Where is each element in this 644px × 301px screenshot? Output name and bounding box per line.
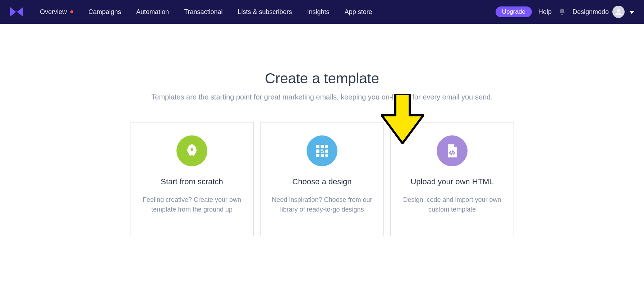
card-start-from-scratch[interactable]: Start from scratch Feeling creative? Cre… — [130, 122, 254, 236]
nav-label: Lists & subscribers — [238, 8, 292, 16]
svg-rect-5 — [325, 145, 328, 148]
svg-marker-0 — [10, 7, 23, 17]
avatar-icon — [612, 6, 625, 18]
rocket-icon — [176, 135, 207, 166]
account-name: Designmodo — [572, 8, 609, 16]
nav-campaigns[interactable]: Campaigns — [81, 0, 129, 24]
nav-automation[interactable]: Automation — [129, 0, 176, 24]
grid-icon — [307, 135, 337, 166]
nav-label: Insights — [307, 8, 330, 16]
nav-label: Transactional — [184, 8, 222, 16]
svg-rect-3 — [316, 145, 319, 148]
svg-rect-10 — [321, 154, 324, 157]
account-menu[interactable]: Designmodo — [572, 6, 634, 18]
nav-lists-subscribers[interactable]: Lists & subscribers — [230, 0, 300, 24]
svg-point-1 — [617, 9, 620, 12]
code-file-icon — [437, 135, 468, 166]
nav-transactional[interactable]: Transactional — [176, 0, 230, 24]
card-desc: Feeling creative? Create your own templa… — [141, 195, 243, 214]
card-title: Start from scratch — [141, 177, 243, 186]
template-options: Start from scratch Feeling creative? Cre… — [0, 122, 644, 236]
card-upload-html[interactable]: Upload your own HTML Design, code and im… — [390, 122, 514, 236]
card-desc: Design, code and import your own custom … — [401, 195, 503, 214]
upgrade-button[interactable]: Upgrade — [496, 6, 532, 17]
svg-marker-2 — [630, 11, 634, 14]
svg-rect-4 — [321, 145, 324, 148]
app-logo[interactable] — [10, 7, 23, 17]
app-header: Overview Campaigns Automation Transactio… — [0, 0, 644, 24]
svg-rect-9 — [316, 154, 319, 157]
main-content: Create a template Templates are the star… — [0, 24, 644, 236]
svg-rect-6 — [316, 149, 319, 153]
svg-rect-11 — [325, 154, 328, 157]
nav-label: Campaigns — [88, 8, 121, 16]
nav-label: Overview — [40, 8, 67, 16]
header-right: Upgrade Help Designmodo — [496, 6, 634, 18]
card-title: Choose a design — [271, 177, 373, 186]
page-subtitle: Templates are the starting point for gre… — [0, 93, 644, 101]
help-link[interactable]: Help — [538, 8, 552, 16]
card-choose-design[interactable]: Choose a design Need inspiration? Choose… — [260, 122, 384, 236]
card-title: Upload your own HTML — [401, 177, 503, 186]
nav-app-store[interactable]: App store — [337, 0, 380, 24]
chevron-down-icon — [630, 8, 634, 16]
main-nav: Overview Campaigns Automation Transactio… — [32, 0, 380, 24]
nav-label: Automation — [136, 8, 169, 16]
notification-dot-icon — [70, 10, 73, 13]
svg-rect-8 — [325, 149, 328, 153]
nav-insights[interactable]: Insights — [300, 0, 337, 24]
nav-overview[interactable]: Overview — [32, 0, 81, 24]
notifications-bell-icon[interactable] — [558, 8, 566, 16]
page-title: Create a template — [0, 70, 644, 87]
nav-label: App store — [345, 8, 372, 16]
card-desc: Need inspiration? Choose from our librar… — [271, 195, 373, 214]
